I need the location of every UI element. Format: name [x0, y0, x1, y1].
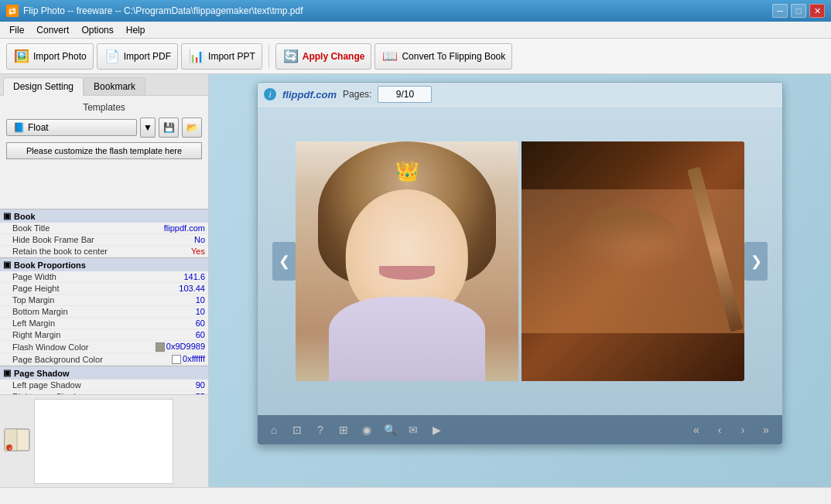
help-icon[interactable]: ?: [312, 421, 329, 438]
pages-label: Pages:: [343, 89, 371, 100]
book-pages: 👑: [296, 141, 744, 381]
page-bg-color-swatch: [172, 355, 181, 364]
svg-text:✓: ✓: [9, 446, 12, 451]
apply-change-icon: 🔄: [282, 48, 299, 65]
menu-file[interactable]: File: [3, 23, 30, 37]
tree-section-shadow: ▣ Page Shadow: [0, 366, 208, 380]
tree-row-hide-frame[interactable]: Hide Book Frame Bar No: [0, 234, 208, 246]
import-pdf-icon: 📄: [104, 48, 121, 65]
maximize-button[interactable]: □: [791, 4, 806, 18]
window-controls: ─ □ ✕: [772, 4, 825, 18]
prev-page-button[interactable]: ❮: [272, 242, 296, 281]
book-toolbar: i flippdf.com Pages:: [258, 83, 782, 107]
import-photo-button[interactable]: 🖼️ Import Photo: [6, 43, 94, 70]
import-pdf-button[interactable]: 📄 Import PDF: [97, 43, 178, 70]
tree-row-flash-color[interactable]: Flash Window Color 0x9D9989: [0, 341, 208, 353]
collapse-shadow-icon: ▣: [3, 368, 11, 378]
import-ppt-button[interactable]: 📊 Import PPT: [181, 43, 262, 70]
book-bottom-bar: ⌂ ⊡ ? ⊞ ◉ 🔍 ✉ ▶ « ‹ › »: [258, 415, 782, 444]
left-panel: Design Setting Bookmark Templates 📘 Floa…: [0, 74, 209, 487]
bottom-icons-right: « ‹ › »: [688, 421, 775, 438]
close-button[interactable]: ✕: [809, 4, 825, 18]
tree-section-proportions: ▣ Book Proportions: [0, 257, 208, 271]
play-icon[interactable]: ▶: [428, 421, 445, 438]
toolbar-separator-1: [268, 45, 269, 68]
settings-tree[interactable]: ▣ Book Book Title flippdf.com Hide Book …: [0, 209, 208, 394]
thumbnail-preview: [34, 399, 173, 484]
tree-row-page-bg-color[interactable]: Page Background Color 0xffffff: [0, 353, 208, 366]
menu-options[interactable]: Options: [75, 23, 119, 37]
apply-change-button[interactable]: 🔄 Apply Change: [275, 43, 372, 70]
tree-row-retain-center[interactable]: Retain the book to center Yes: [0, 246, 208, 257]
collapse-book-icon: ▣: [3, 211, 11, 221]
info-icon: i: [264, 88, 276, 100]
tab-design-setting[interactable]: Design Setting: [3, 77, 84, 96]
title-bar: 🔁 Flip Photo -- freeware -- C:\ProgramDa…: [0, 0, 831, 22]
tabs-header: Design Setting Bookmark: [0, 74, 208, 96]
last-page-icon[interactable]: »: [757, 421, 775, 438]
thumbnail-area: ✓: [0, 394, 208, 487]
menu-bar: File Convert Options Help: [0, 22, 831, 39]
window-title: Flip Photo -- freeware -- C:\ProgramData…: [23, 5, 303, 16]
book-page-right: [522, 141, 744, 381]
templates-section: Templates 📘 Float ▼ 💾 📂 Please customize…: [6, 102, 202, 159]
prev-icon[interactable]: ‹: [711, 421, 728, 438]
convert-book-icon: 📖: [381, 48, 398, 65]
panel-content: Templates 📘 Float ▼ 💾 📂 Please customize…: [0, 96, 208, 209]
bottom-icons-left: ⌂ ⊡ ? ⊞ ◉ 🔍 ✉ ▶: [265, 421, 445, 438]
home-icon[interactable]: ⌂: [265, 421, 282, 438]
menu-help[interactable]: Help: [120, 23, 152, 37]
collapse-proportions-icon: ▣: [3, 260, 11, 270]
import-photo-icon: 🖼️: [13, 48, 30, 65]
main-layout: Design Setting Bookmark Templates 📘 Floa…: [0, 74, 831, 487]
zoom-icon[interactable]: 🔍: [381, 421, 398, 438]
flash-color-swatch: [156, 342, 165, 352]
tab-bookmark[interactable]: Bookmark: [84, 77, 145, 95]
app-icon: 🔁: [6, 5, 19, 17]
templates-label: Templates: [6, 102, 202, 113]
tree-row-left-shadow[interactable]: Left page Shadow 90: [0, 380, 208, 391]
main-toolbar: 🖼️ Import Photo 📄 Import PDF 📊 Import PP…: [0, 39, 831, 74]
tree-section-book: ▣ Book: [0, 209, 208, 223]
template-dropdown-button[interactable]: ▼: [140, 117, 156, 138]
first-page-icon[interactable]: «: [688, 421, 705, 438]
tree-row-top-margin[interactable]: Top Margin 10: [0, 295, 208, 306]
template-save-button[interactable]: 💾: [159, 117, 179, 138]
minimize-button[interactable]: ─: [772, 4, 788, 18]
fit-page-icon[interactable]: ⊡: [289, 421, 306, 438]
convert-book-button[interactable]: 📖 Convert To Flipping Book: [374, 43, 512, 70]
next-icon[interactable]: ›: [734, 421, 751, 438]
template-controls: 📘 Float ▼ 💾 📂: [6, 117, 202, 138]
grid-icon[interactable]: ⊞: [335, 421, 352, 438]
viewer-panel: i flippdf.com Pages: ❮: [209, 74, 831, 487]
share-icon[interactable]: ✉: [405, 421, 422, 438]
customize-template-button[interactable]: Please customize the flash template here: [6, 142, 202, 159]
pages-input[interactable]: [378, 86, 432, 103]
tree-row-right-margin[interactable]: Right Margin 60: [0, 329, 208, 341]
book-content: ❮ 👑: [258, 107, 782, 415]
thumbnail-icon: ✓: [3, 426, 31, 456]
makeup-image: [522, 141, 744, 381]
tree-row-page-height[interactable]: Page Height 103.44: [0, 283, 208, 295]
bottom-bar-row: ⌂ ⊡ ? ⊞ ◉ 🔍 ✉ ▶ « ‹ › »: [258, 421, 782, 438]
woman-image: 👑: [296, 141, 518, 381]
template-select-button[interactable]: 📘 Float: [6, 119, 137, 136]
book-page-left: 👑: [296, 141, 518, 381]
tree-row-left-margin[interactable]: Left Margin 60: [0, 318, 208, 329]
status-bar: [0, 487, 831, 504]
book-viewer: i flippdf.com Pages: ❮: [257, 82, 783, 445]
book-logo: flippdf.com: [282, 89, 337, 100]
import-ppt-icon: 📊: [188, 48, 205, 65]
template-load-button[interactable]: 📂: [182, 117, 202, 138]
template-book-icon: 📘: [13, 122, 25, 133]
tree-row-page-width[interactable]: Page Width 141.6: [0, 271, 208, 283]
audio-icon[interactable]: ◉: [358, 421, 375, 438]
tree-row-book-title[interactable]: Book Title flippdf.com: [0, 223, 208, 234]
menu-convert[interactable]: Convert: [30, 23, 75, 37]
tree-row-bottom-margin[interactable]: Bottom Margin 10: [0, 306, 208, 318]
next-page-button[interactable]: ❯: [744, 242, 768, 281]
